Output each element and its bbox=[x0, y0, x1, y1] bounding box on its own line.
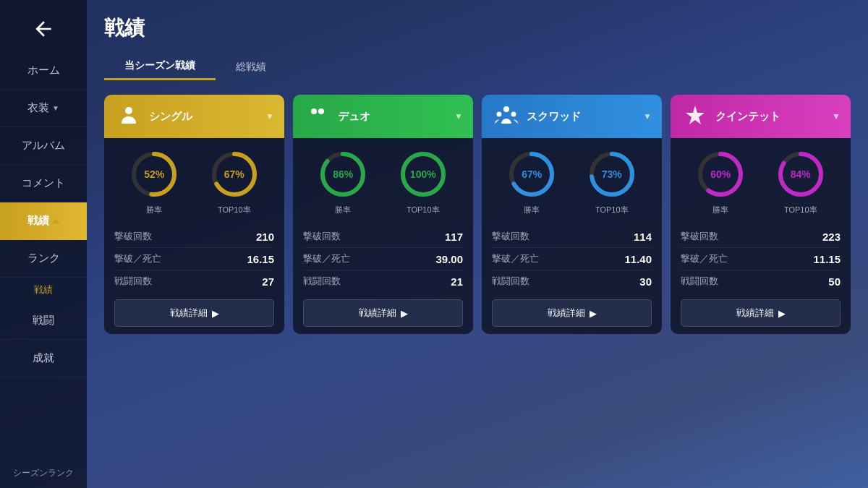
card-icon-quintet bbox=[681, 102, 710, 131]
win-rate-circle-quintet: 60% 勝率 bbox=[694, 148, 746, 215]
sidebar-bottom[interactable]: シーズンランク bbox=[13, 467, 74, 488]
sidebar-sub-stats[interactable]: 戦績 bbox=[0, 278, 87, 302]
circles-row-single: 52% 勝率 67% TOP10率 bbox=[114, 148, 274, 215]
win-rate-circle-squad: 67% 勝率 bbox=[506, 148, 558, 215]
svg-point-0 bbox=[125, 107, 132, 114]
stat-value-single-0: 210 bbox=[256, 231, 274, 243]
detail-label-duo: 戦績詳細 bbox=[359, 307, 396, 320]
svg-point-6 bbox=[318, 108, 324, 114]
circles-row-duo: 86% 勝率 100% TOP10率 bbox=[303, 148, 463, 215]
svg-point-11 bbox=[503, 106, 509, 112]
detail-label-quintet: 戦績詳細 bbox=[736, 307, 774, 320]
sidebar-item-comment[interactable]: コメント bbox=[0, 165, 87, 202]
detail-label-single: 戦績詳細 bbox=[170, 307, 208, 320]
card-header-duo: デュオ ▼ bbox=[293, 95, 473, 138]
card-title-duo: デュオ bbox=[338, 110, 370, 124]
win-rate-value-quintet: 60% bbox=[694, 148, 746, 200]
card-quintet: クインテット ▼ 60% 勝率 bbox=[671, 95, 851, 334]
detail-button-quintet[interactable]: 戦績詳細 ▶ bbox=[681, 299, 841, 327]
stat-value-squad-2: 30 bbox=[639, 275, 652, 288]
stat-label-squad-2: 戦闘回数 bbox=[492, 275, 529, 288]
card-header-quintet: クインテット ▼ bbox=[671, 95, 851, 138]
stat-row-squad-2: 戦闘回数 30 bbox=[492, 270, 652, 292]
top10-rate-label-single: TOP10率 bbox=[218, 205, 251, 215]
stat-row-quintet-2: 戦闘回数 50 bbox=[681, 270, 841, 292]
card-icon-squad bbox=[492, 102, 521, 131]
card-chevron-single: ▼ bbox=[265, 111, 274, 121]
stat-value-single-1: 16.15 bbox=[247, 253, 274, 265]
top10-circle-duo: 100% TOP10率 bbox=[397, 148, 449, 215]
stat-value-duo-0: 117 bbox=[445, 231, 463, 243]
card-header-squad: スクワッド ▼ bbox=[482, 95, 662, 138]
stat-row-duo-1: 撃破／死亡 39.00 bbox=[303, 248, 463, 270]
win-rate-circle-single: 52% 勝率 bbox=[128, 148, 180, 215]
stat-label-quintet-0: 撃破回数 bbox=[681, 230, 718, 243]
sidebar-item-home[interactable]: ホーム bbox=[0, 52, 87, 90]
stat-row-squad-0: 撃破回数 114 bbox=[492, 226, 652, 248]
stat-label-single-0: 撃破回数 bbox=[114, 230, 152, 243]
sidebar-item-battle[interactable]: 戦闘 bbox=[0, 302, 87, 340]
card-duo: デュオ ▼ 86% 勝率 bbox=[293, 95, 473, 334]
card-chevron-quintet: ▼ bbox=[832, 111, 841, 121]
win-rate-label-quintet: 勝率 bbox=[712, 205, 728, 215]
card-header-single: シングル ▼ bbox=[104, 95, 284, 138]
stat-label-duo-2: 戦闘回数 bbox=[303, 275, 341, 288]
tab-total[interactable]: 総戦績 bbox=[216, 53, 286, 80]
svg-point-12 bbox=[497, 112, 502, 117]
stat-row-duo-2: 戦闘回数 21 bbox=[303, 270, 463, 292]
card-icon-duo bbox=[303, 102, 332, 131]
stat-value-duo-1: 39.00 bbox=[435, 253, 463, 265]
card-single: シングル ▼ 52% 勝率 bbox=[104, 95, 284, 334]
win-rate-label-squad: 勝率 bbox=[524, 205, 540, 215]
detail-label-squad: 戦績詳細 bbox=[548, 307, 585, 320]
svg-point-5 bbox=[311, 108, 317, 114]
detail-button-duo[interactable]: 戦績詳細 ▶ bbox=[303, 299, 463, 327]
stat-row-quintet-1: 撃破／死亡 11.15 bbox=[681, 248, 841, 270]
tab-season[interactable]: 当シーズン戦績 bbox=[104, 53, 216, 80]
svg-point-13 bbox=[511, 112, 516, 117]
card-chevron-duo: ▼ bbox=[454, 111, 463, 121]
stat-row-duo-0: 撃破回数 117 bbox=[303, 226, 463, 248]
sidebar: ホーム 衣装 ▼ アルバム コメント 戦績 ランク 戦績 戦闘 成就 シーズンラ… bbox=[0, 0, 87, 488]
stat-label-duo-1: 撃破／死亡 bbox=[303, 252, 350, 265]
tabs-bar: 当シーズン戦績 総戦績 bbox=[104, 53, 851, 80]
sidebar-item-stats[interactable]: 戦績 bbox=[0, 202, 87, 240]
sidebar-item-rank[interactable]: ランク bbox=[0, 240, 87, 278]
detail-arrow-single: ▶ bbox=[212, 308, 219, 319]
top10-rate-label-squad: TOP10率 bbox=[595, 205, 629, 215]
stat-row-single-0: 撃破回数 210 bbox=[114, 226, 274, 248]
win-rate-label-duo: 勝率 bbox=[335, 205, 351, 215]
stat-label-quintet-1: 撃破／死亡 bbox=[681, 252, 728, 265]
top10-rate-label-duo: TOP10率 bbox=[407, 205, 440, 215]
top10-rate-value-squad: 73% bbox=[586, 148, 638, 200]
stat-row-quintet-0: 撃破回数 223 bbox=[681, 226, 841, 248]
stat-label-squad-1: 撃破／死亡 bbox=[492, 252, 539, 265]
stat-row-single-2: 戦闘回数 27 bbox=[114, 270, 274, 292]
stat-value-quintet-2: 50 bbox=[828, 275, 841, 288]
detail-arrow-squad: ▶ bbox=[590, 308, 597, 319]
back-button[interactable] bbox=[27, 13, 59, 45]
sidebar-item-achievement[interactable]: 成就 bbox=[0, 340, 87, 377]
card-squad: スクワッド ▼ 67% 勝率 bbox=[482, 95, 662, 334]
card-chevron-squad: ▼ bbox=[643, 111, 652, 121]
stat-label-single-1: 撃破／死亡 bbox=[114, 252, 161, 265]
win-rate-value-squad: 67% bbox=[506, 148, 558, 200]
top10-rate-label-quintet: TOP10率 bbox=[784, 205, 817, 215]
detail-button-squad[interactable]: 戦績詳細 ▶ bbox=[492, 299, 652, 327]
stat-value-quintet-1: 11.15 bbox=[813, 253, 841, 265]
page-title: 戦績 bbox=[104, 14, 851, 42]
win-rate-circle-duo: 86% 勝率 bbox=[317, 148, 369, 215]
sidebar-item-costume[interactable]: 衣装 ▼ bbox=[0, 90, 87, 127]
card-body-duo: 86% 勝率 100% TOP10率 bbox=[293, 138, 473, 334]
top10-circle-squad: 73% TOP10率 bbox=[586, 148, 638, 215]
top10-circle-quintet: 84% TOP10率 bbox=[775, 148, 827, 215]
circles-row-quintet: 60% 勝率 84% TOP10率 bbox=[681, 148, 841, 215]
card-icon-single bbox=[114, 102, 143, 131]
stat-row-squad-1: 撃破／死亡 11.40 bbox=[492, 248, 652, 270]
stat-row-single-1: 撃破／死亡 16.15 bbox=[114, 248, 274, 270]
sidebar-item-album[interactable]: アルバム bbox=[0, 127, 87, 165]
top10-rate-value-duo: 100% bbox=[397, 148, 449, 200]
stat-label-single-2: 戦闘回数 bbox=[114, 275, 152, 288]
detail-button-single[interactable]: 戦績詳細 ▶ bbox=[114, 299, 274, 327]
card-title-squad: スクワッド bbox=[527, 110, 581, 124]
